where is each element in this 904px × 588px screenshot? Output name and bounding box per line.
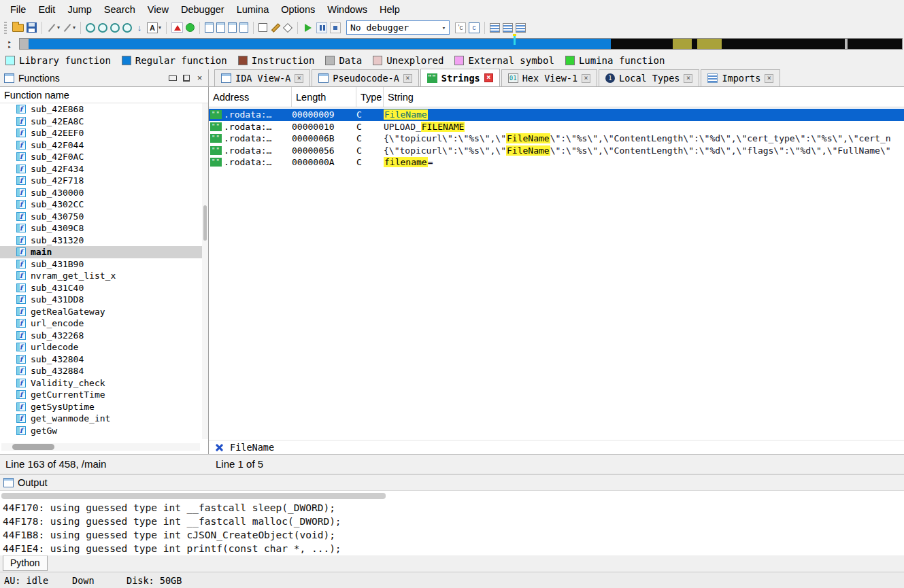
function-list-horizontal-scrollbar[interactable] bbox=[1, 443, 200, 451]
function-row[interactable]: fget_wanmode_int bbox=[0, 413, 202, 425]
toolbar-grip[interactable] bbox=[4, 22, 7, 34]
scrollbar-thumb[interactable] bbox=[12, 444, 54, 450]
output-titlebar[interactable]: Output bbox=[0, 474, 904, 490]
menu-item-debugger[interactable]: Debugger bbox=[175, 1, 231, 18]
float-panel-icon[interactable] bbox=[182, 73, 190, 82]
function-row[interactable]: fnvram_get_list_x bbox=[0, 270, 202, 282]
column-header-length[interactable]: Length bbox=[292, 87, 356, 107]
output-horizontal-scrollbar[interactable] bbox=[1, 493, 386, 499]
menu-item-jump[interactable]: Jump bbox=[61, 1, 97, 18]
save-file-icon[interactable] bbox=[27, 20, 37, 35]
open-file-icon[interactable] bbox=[12, 20, 24, 35]
follow-pointer-icon[interactable]: ▾ bbox=[47, 20, 60, 35]
filter-text[interactable]: FileName bbox=[230, 442, 274, 453]
string-row[interactable]: .rodata:…0000006BC{\"topicurl\":\"%s\",\… bbox=[209, 133, 904, 145]
string-row[interactable]: .rodata:…0000000ACfilename= bbox=[209, 156, 904, 169]
tab-local-types[interactable]: Local Types× bbox=[599, 69, 699, 86]
start-process-icon[interactable] bbox=[303, 20, 314, 35]
nav-down-icon[interactable] bbox=[122, 20, 132, 35]
string-row[interactable]: .rodata:…00000010CUPLOAD_FILENAME bbox=[209, 121, 904, 133]
navband-scroll-buttons[interactable]: ▸ ▸ bbox=[0, 37, 19, 51]
navband-position-marker[interactable] bbox=[514, 36, 516, 45]
string-row[interactable]: .rodata:…00000056C{\"topicurl\":\"%s\",\… bbox=[209, 145, 904, 157]
nav-up-icon[interactable] bbox=[110, 20, 120, 35]
close-tab-icon[interactable]: × bbox=[484, 73, 493, 82]
function-row[interactable]: fsub_42F718 bbox=[0, 175, 202, 187]
function-row[interactable]: fsub_431DD8 bbox=[0, 294, 202, 306]
function-row[interactable]: fsub_42F0AC bbox=[0, 151, 202, 163]
debugger-select[interactable]: No debugger▾ bbox=[346, 20, 450, 35]
show-frame-icon[interactable] bbox=[258, 20, 267, 35]
function-row[interactable]: fsub_42F434 bbox=[0, 163, 202, 175]
tab-imports[interactable]: Imports× bbox=[701, 69, 780, 86]
function-row[interactable]: fsub_432804 bbox=[0, 353, 202, 366]
function-row[interactable]: fsub_431C40 bbox=[0, 282, 202, 294]
close-tab-icon[interactable]: × bbox=[582, 74, 590, 83]
close-tab-icon[interactable]: × bbox=[403, 74, 412, 83]
debugger-window-3-icon[interactable] bbox=[228, 20, 237, 35]
function-row[interactable]: fgetGw bbox=[0, 425, 202, 437]
menu-item-help[interactable]: Help bbox=[373, 1, 406, 18]
function-row[interactable]: fsub_431B90 bbox=[0, 258, 202, 271]
function-row[interactable]: fsub_432268 bbox=[0, 330, 202, 342]
function-row[interactable]: fgetCurrentTime bbox=[0, 389, 202, 401]
stop-process-icon[interactable] bbox=[330, 20, 341, 35]
column-header-address[interactable]: Address bbox=[209, 87, 292, 107]
function-row[interactable]: furl_encode bbox=[0, 317, 202, 330]
step-over-icon[interactable] bbox=[469, 20, 480, 35]
menu-item-file[interactable]: File bbox=[4, 1, 32, 18]
collapse-panel-icon[interactable] bbox=[168, 73, 177, 82]
navband-scroll-up-icon[interactable]: ▸ bbox=[8, 39, 11, 44]
function-row[interactable]: fsub_42F044 bbox=[0, 139, 202, 152]
function-row[interactable]: fValidity_check bbox=[0, 377, 202, 390]
jump-to-address-icon[interactable] bbox=[135, 20, 144, 35]
column-header-type[interactable]: Type bbox=[356, 87, 384, 107]
debugger-window-4-icon[interactable] bbox=[239, 20, 248, 35]
function-row[interactable]: fsub_430000 bbox=[0, 187, 202, 199]
rename-icon[interactable]: ▾ bbox=[147, 20, 161, 35]
jump-next-list-icon[interactable] bbox=[503, 20, 513, 35]
function-row[interactable]: fsub_432884 bbox=[0, 365, 202, 377]
string-row[interactable]: .rodata:…00000009CFileName bbox=[209, 109, 904, 121]
nav-forward-icon[interactable] bbox=[98, 20, 107, 35]
debugger-window-2-icon[interactable] bbox=[216, 20, 225, 35]
trace-pointer-icon[interactable]: ▾ bbox=[63, 20, 76, 35]
function-row[interactable]: fsub_42EEF0 bbox=[0, 127, 202, 139]
edit-function-icon[interactable] bbox=[270, 20, 280, 35]
function-row[interactable]: furldecode bbox=[0, 341, 202, 353]
menu-item-view[interactable]: View bbox=[141, 1, 175, 18]
tab-pseudocode-a[interactable]: Pseudocode-A× bbox=[312, 69, 419, 86]
clear-filter-icon[interactable] bbox=[215, 443, 224, 452]
pause-process-icon[interactable] bbox=[316, 20, 327, 35]
function-name-column-header[interactable]: Function name bbox=[0, 87, 208, 103]
tab-hex-view-1[interactable]: Hex View-1× bbox=[501, 69, 597, 86]
tab-python[interactable]: Python bbox=[3, 555, 48, 571]
menu-item-windows[interactable]: Windows bbox=[321, 1, 373, 18]
step-into-icon[interactable] bbox=[455, 20, 466, 35]
tab-ida-view-a[interactable]: IDA View-A× bbox=[214, 69, 310, 86]
scrollbar-thumb[interactable] bbox=[203, 205, 207, 241]
menu-item-search[interactable]: Search bbox=[98, 1, 141, 18]
function-row[interactable]: fsub_42E868 bbox=[0, 103, 202, 116]
jump-prev-list-icon[interactable] bbox=[490, 20, 500, 35]
menu-item-options[interactable]: Options bbox=[275, 1, 321, 18]
close-tab-icon[interactable]: × bbox=[765, 74, 773, 83]
close-panel-icon[interactable]: × bbox=[195, 73, 204, 82]
menu-item-edit[interactable]: Edit bbox=[32, 1, 61, 18]
menu-item-lumina[interactable]: Lumina bbox=[231, 1, 275, 18]
navigation-band[interactable] bbox=[19, 38, 903, 50]
function-row[interactable]: fsub_430750 bbox=[0, 211, 202, 223]
close-tab-icon[interactable]: × bbox=[684, 74, 692, 83]
column-header-string[interactable]: String bbox=[384, 87, 904, 107]
tab-strings[interactable]: Strings× bbox=[420, 69, 500, 86]
navband-scroll-down-icon[interactable]: ▸ bbox=[8, 44, 11, 49]
function-row[interactable]: fsub_4302CC bbox=[0, 198, 202, 211]
function-row[interactable]: fsub_42EA8C bbox=[0, 116, 202, 128]
function-list-vertical-scrollbar[interactable] bbox=[202, 103, 208, 439]
function-row[interactable]: fgetSysUptime bbox=[0, 401, 202, 413]
function-row[interactable]: fsub_4309C8 bbox=[0, 222, 202, 235]
nav-back-icon[interactable] bbox=[86, 20, 95, 35]
continue-process-icon[interactable] bbox=[186, 20, 195, 35]
patch-bytes-icon[interactable] bbox=[282, 20, 292, 35]
function-row[interactable]: fsub_431320 bbox=[0, 235, 202, 247]
